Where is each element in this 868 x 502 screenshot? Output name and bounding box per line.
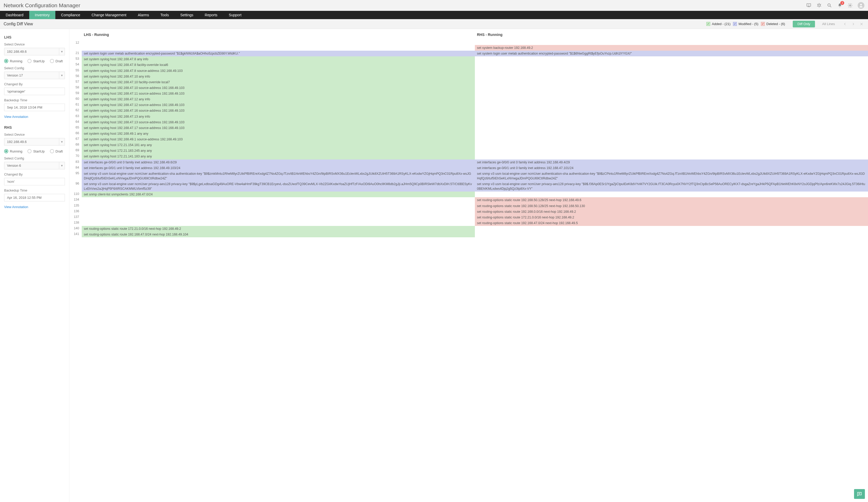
diff-only-button[interactable]: Diff Only: [793, 21, 815, 28]
search-icon[interactable]: [827, 3, 832, 8]
lhs-cell: set system syslog host 192.168.47.12 sou…: [82, 102, 475, 108]
rhs-cell: [475, 85, 868, 91]
rhs-cell: set interfaces ge-0/0/0 unit 0 family in…: [475, 159, 868, 165]
line-number: 61: [69, 102, 82, 108]
line-number: 68: [69, 142, 82, 148]
lhs-cell: set system syslog host 192.168.49.1 sour…: [82, 136, 475, 142]
rhs-cell: set snmp v3 usm local-engine user ncmUse…: [475, 171, 868, 181]
chat-fab[interactable]: [854, 489, 865, 499]
rhs-cell: [475, 142, 868, 148]
radio-label: Draft: [55, 59, 63, 63]
diff-row: 84set interfaces ge-0/0/1 unit 0 family …: [69, 165, 868, 171]
line-number: 134: [69, 197, 82, 203]
lhs-radio-startup[interactable]: StartUp: [28, 59, 44, 63]
nav-item-change-management[interactable]: Change Management: [86, 11, 132, 19]
rhs-cell: [475, 74, 868, 79]
svg-point-0: [828, 4, 830, 6]
next-diff-icon[interactable]: [850, 21, 856, 27]
rhs-cell: [475, 96, 868, 102]
legend-deleted-label: Deleted - (6): [766, 22, 785, 26]
lhs-cell: set system login user melab authenticati…: [82, 51, 475, 56]
line-number: 95: [69, 171, 82, 181]
lhs-config-dropdown[interactable]: Version 17 ▾: [4, 72, 65, 79]
quick-launch-icon[interactable]: [816, 3, 822, 8]
lhs-backedup-value: Sep 14, 2018 13:04 PM: [4, 104, 65, 111]
nav-item-support[interactable]: Support: [223, 11, 247, 19]
lhs-cell: set snmp client-list snmpclients 192.168…: [82, 191, 475, 197]
header-line: [69, 33, 82, 37]
rhs-cell: set routing-options static route 172.21.…: [475, 215, 868, 220]
rhs-config-dropdown[interactable]: Version 6 ▾: [4, 162, 65, 169]
line-number: 140: [69, 226, 82, 232]
rhs-changedby-label: Changed By: [4, 172, 65, 176]
page-title: Config Diff View: [4, 22, 706, 27]
radio-label: StartUp: [33, 149, 44, 153]
rhs-radio-draft[interactable]: Draft: [50, 149, 63, 153]
line-number: 54: [69, 62, 82, 68]
diff-row: 61set system syslog host 192.168.47.12 s…: [69, 102, 868, 108]
legend-modified[interactable]: ✓Modified - (5): [733, 22, 758, 26]
legend-added[interactable]: ✓Added - (21): [706, 22, 731, 26]
line-number: 141: [69, 232, 82, 237]
rhs-cell: [475, 119, 868, 125]
nav-item-reports[interactable]: Reports: [199, 11, 223, 19]
lhs-cell: set system syslog host 192.168.47.8 sour…: [82, 68, 475, 74]
nav-item-settings[interactable]: Settings: [175, 11, 199, 19]
lhs-cell: set system syslog host 192.168.47.13 any…: [82, 114, 475, 119]
diff-row: 67set system syslog host 192.168.49.1 so…: [69, 136, 868, 142]
user-avatar[interactable]: [858, 2, 864, 9]
rhs-cell: [475, 56, 868, 62]
nav-item-inventory[interactable]: Inventory: [29, 11, 55, 19]
lhs-cell: set system syslog host 192.168.47.17 sou…: [82, 125, 475, 131]
lhs-cell: set system syslog host 192.168.47.11 sou…: [82, 91, 475, 96]
diff-row: 60set system syslog host 192.168.47.12 a…: [69, 96, 868, 102]
line-number: 66: [69, 131, 82, 136]
rhs-config-value: Version 6: [7, 164, 21, 168]
rhs-cell: [475, 232, 868, 237]
lhs-cell: set system syslog host 192.168.47.12 any…: [82, 96, 475, 102]
settings-icon[interactable]: [847, 3, 853, 8]
diff-row: 64set system syslog host 192.168.47.13 s…: [69, 119, 868, 125]
close-icon[interactable]: [859, 21, 864, 27]
lhs-radio-running[interactable]: Running: [4, 59, 22, 63]
lhs-radio-draft[interactable]: Draft: [50, 59, 63, 63]
legend-deleted[interactable]: ✓Deleted - (6): [761, 22, 785, 26]
rhs-device-label: Select Device: [4, 133, 65, 136]
rhs-device-dropdown[interactable]: 192.168.49.6 ▾: [4, 138, 65, 146]
nav-item-compliance[interactable]: Compliance: [55, 11, 86, 19]
lhs-cell: [82, 209, 475, 215]
rhs-config-label: Select Config: [4, 156, 65, 160]
all-lines-button[interactable]: All Lines: [818, 21, 839, 28]
lhs-cell: set system syslog host 172.21.154.181 an…: [82, 142, 475, 148]
rhs-cell: [475, 136, 868, 142]
lhs-view-annotation-link[interactable]: View Annotation: [4, 115, 28, 119]
diff-row: 70set system syslog host 172.21.141.183 …: [69, 154, 868, 159]
nav-item-alarms[interactable]: Alarms: [132, 11, 155, 19]
line-number: 136: [69, 209, 82, 215]
diff-row: 135set routing-options static route 192.…: [69, 203, 868, 209]
diff-row: 65set system syslog host 192.168.47.17 s…: [69, 125, 868, 131]
prev-diff-icon[interactable]: [842, 21, 848, 27]
lhs-device-dropdown[interactable]: 192.168.49.6 ▾: [4, 48, 65, 55]
presentation-icon[interactable]: [806, 3, 812, 8]
lhs-cell: set routing-options static route 172.21.…: [82, 226, 475, 232]
radio-label: Running: [10, 59, 22, 63]
chevron-down-icon: ▾: [59, 48, 65, 55]
lhs-cell: set system syslog host 192.168.47.13 sou…: [82, 119, 475, 125]
rhs-backedup-value: Apr 16, 2018 12:55 PM: [4, 194, 65, 201]
rhs-cell: [475, 91, 868, 96]
rhs-radio-running[interactable]: Running: [4, 149, 22, 153]
rhs-radio-startup[interactable]: StartUp: [28, 149, 44, 153]
nav-item-dashboard[interactable]: Dashboard: [0, 11, 29, 19]
nav-item-tools[interactable]: Tools: [155, 11, 175, 19]
rhs-cell: [475, 131, 868, 136]
line-number: 138: [69, 220, 82, 226]
notification-badge: 3: [840, 1, 844, 5]
rhs-view-annotation-link[interactable]: View Annotation: [4, 205, 28, 209]
diff-row: 66set system syslog host 192.168.49.1 an…: [69, 131, 868, 136]
lhs-radio-group: RunningStartUpDraft: [4, 59, 65, 63]
lhs-backedup-label: Backedup Time: [4, 98, 65, 102]
rhs-device-value: 192.168.49.6: [7, 140, 27, 144]
notifications-icon[interactable]: 3: [837, 3, 843, 8]
lhs-cell: [82, 197, 475, 203]
